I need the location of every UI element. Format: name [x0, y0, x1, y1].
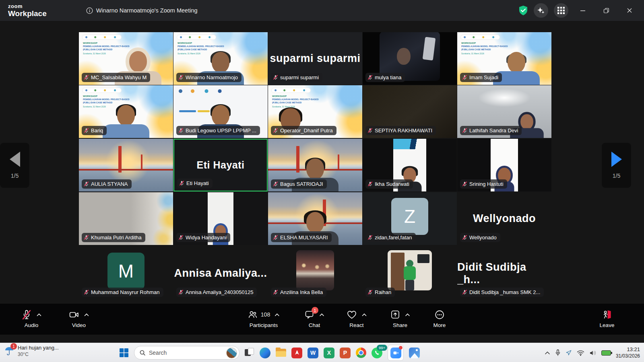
ai-companion-button[interactable] — [534, 3, 548, 18]
tray-microphone-icon[interactable] — [555, 349, 561, 356]
participant-name-tag: ELSHA MULYASARI — [271, 233, 332, 242]
participant-tile[interactable]: Lathifah Sandra Devi — [457, 85, 551, 138]
photos-app-icon[interactable] — [409, 348, 420, 358]
search-placeholder: Search — [149, 350, 223, 356]
participant-tile[interactable]: Khumala Putri Arditha — [79, 192, 173, 245]
powerpoint-icon[interactable]: P — [340, 348, 351, 358]
minimize-button[interactable] — [574, 0, 592, 21]
participant-tile[interactable]: WORKSHOP PEMBELAJARAN MODEL PROJECT-BASE… — [79, 32, 173, 85]
tray-date: 31/03/2026 — [616, 353, 640, 359]
previous-page-arrow-icon — [10, 152, 20, 167]
participant-name-tag: Operator_Dhanif Putra — [271, 126, 336, 135]
restore-button[interactable] — [597, 0, 615, 21]
tray-clock[interactable]: 13:21 31/03/2026 — [616, 346, 640, 359]
hidden-icons-chevron[interactable] — [545, 351, 550, 355]
acrobat-icon[interactable] — [291, 348, 302, 358]
more-button[interactable]: More — [433, 308, 446, 328]
participant-tile[interactable]: WORKSHOP PEMBELAJARAN MODEL PROJECT-BASE… — [268, 85, 362, 138]
participant-tile[interactable]: Wellyonado Wellyonado — [457, 192, 551, 245]
participant-tile[interactable]: Ikha Sudarwati — [363, 139, 457, 191]
muted-mic-icon — [367, 75, 373, 80]
muted-mic-icon — [84, 290, 89, 295]
participant-tile[interactable]: WORKSHOP PEMBELAJARAN MODEL PROJECT-BASE… — [457, 32, 551, 85]
participants-button[interactable]: 108 Participants — [248, 308, 280, 328]
participant-name-tag: Anzilina Inka Bella — [271, 288, 326, 297]
zoom-app-icon-active[interactable] — [388, 345, 404, 361]
chevron-up-icon[interactable] — [319, 313, 324, 317]
participant-name-tag: Winarno Narmoatmojo — [176, 73, 242, 82]
edge-browser-icon[interactable] — [260, 348, 270, 358]
apps-button[interactable] — [554, 3, 568, 18]
security-shield-icon[interactable] — [518, 5, 528, 16]
participant-tile[interactable]: M Muhammad Nasyrur Rohman — [79, 247, 173, 300]
wifi-icon[interactable] — [577, 350, 584, 356]
chat-button[interactable]: 1 Chat — [304, 308, 324, 328]
zoom-meeting-window: zoom Workplace Winarno Narmoatmojo's Zoo… — [0, 0, 644, 362]
task-view-button[interactable] — [245, 348, 254, 358]
share-screen-button[interactable]: Share — [390, 308, 410, 328]
participant-tile[interactable]: Annisa Amaliya... Annisa Amaliya_2403050… — [173, 247, 268, 300]
participant-tile[interactable]: Raihan — [363, 247, 457, 300]
zoom-workplace-logo: zoom Workplace — [8, 4, 47, 17]
participant-avatar: Z — [391, 198, 428, 235]
muted-mic-icon — [462, 235, 467, 240]
participant-tile[interactable]: SEPTIYA RAKHMAWATI — [363, 85, 457, 138]
video-button[interactable]: Video — [69, 308, 89, 328]
muted-mic-icon — [178, 128, 184, 133]
participant-tile[interactable]: WORKSHOP PEMBELAJARAN MODEL PROJECT-BASE… — [173, 32, 268, 85]
page-indicator: 1/5 — [11, 173, 19, 179]
search-highlight-image[interactable] — [226, 348, 237, 358]
chevron-up-icon[interactable] — [362, 313, 367, 317]
volume-icon[interactable] — [589, 350, 597, 356]
muted-mic-icon — [84, 181, 89, 187]
chevron-up-icon[interactable] — [37, 313, 42, 317]
search-box[interactable]: Search — [134, 346, 239, 360]
participant-tile[interactable]: suparmi suparmi suparmi suparmi — [268, 32, 362, 85]
location-arrow-icon[interactable] — [566, 350, 572, 356]
chrome-icon[interactable] — [356, 348, 366, 358]
next-page-button[interactable]: 1/5 — [602, 143, 631, 188]
participants-icon — [248, 309, 258, 320]
close-icon — [627, 8, 632, 13]
institution-logos — [178, 88, 238, 94]
whatsapp-icon[interactable]: 99+ — [372, 348, 382, 358]
participant-tile[interactable]: Anzilina Inka Bella — [268, 247, 362, 300]
battery-icon[interactable] — [601, 350, 611, 356]
meeting-title-area: Winarno Narmoatmojo's Zoom Meeting — [86, 7, 198, 14]
participant-tile[interactable]: Didit Sudibja _h... Didit Sudibja _humas… — [457, 247, 551, 300]
participant-tile[interactable]: WORKSHOP PEMBELAJARAN MODEL PROJECT-BASE… — [79, 85, 173, 138]
file-explorer-icon[interactable] — [276, 349, 286, 357]
minimize-icon — [580, 8, 586, 13]
info-icon[interactable] — [86, 7, 93, 14]
participant-tile[interactable]: AULIA STYANA — [79, 139, 173, 191]
muted-mic-icon — [462, 290, 467, 295]
participant-tile[interactable]: mulya tiana — [363, 32, 457, 85]
chevron-up-icon[interactable] — [405, 313, 410, 317]
previous-page-button[interactable]: 1/5 — [0, 143, 29, 188]
muted-mic-icon — [462, 75, 467, 80]
audio-button[interactable]: Audio — [21, 308, 42, 328]
leave-button[interactable]: Leave — [600, 308, 615, 328]
participant-tile[interactable]: ELSHA MULYASARI — [268, 192, 362, 245]
participant-tile[interactable]: Srining Hastuti — [457, 139, 551, 191]
chevron-up-icon[interactable] — [84, 313, 89, 317]
chevron-up-icon[interactable] — [275, 313, 280, 317]
participant-name-tag: Wellyonado — [460, 233, 500, 242]
participant-name-tag: AULIA STYANA — [82, 179, 132, 189]
word-icon[interactable]: W — [308, 348, 318, 358]
excel-icon[interactable]: X — [324, 348, 334, 358]
meeting-title: Winarno Narmoatmojo's Zoom Meeting — [96, 7, 198, 14]
weather-widget[interactable]: 1 Hari hujan yang... 30°C — [4, 345, 59, 357]
participant-tile[interactable]: Budi Legowo UPSP LPPMP ... — [173, 85, 268, 138]
participant-tile[interactable]: Z zidan,farel,fatan — [363, 192, 457, 245]
participant-name-tag: zidan,farel,fatan — [365, 233, 416, 242]
react-button[interactable]: React — [347, 308, 367, 328]
participant-tile[interactable]: Widya Handayani — [173, 192, 268, 245]
close-button[interactable] — [621, 0, 638, 21]
participant-tile[interactable]: Bagus SATRIOAJI — [268, 139, 362, 191]
muted-mic-icon — [178, 75, 184, 80]
participant-video — [296, 250, 334, 290]
windows-start-button[interactable] — [119, 348, 129, 358]
participant-tile-active-speaker[interactable]: Eti Hayati Eti Hayati — [173, 139, 268, 191]
muted-mic-icon — [273, 128, 278, 133]
